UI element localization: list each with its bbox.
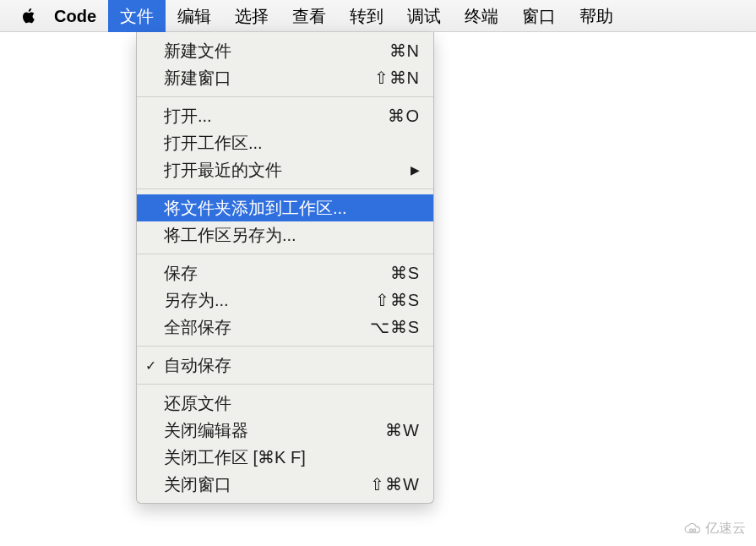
menu-open-workspace[interactable]: 打开工作区...	[137, 129, 433, 156]
menu-save-as[interactable]: 另存为... ⇧⌘S	[137, 287, 433, 314]
menu-save-workspace-as[interactable]: 将工作区另存为...	[137, 221, 433, 248]
watermark: 亿速云	[683, 520, 746, 538]
menu-item-label: 打开...	[164, 105, 388, 128]
menu-open-recent[interactable]: 打开最近的文件 ▶	[137, 156, 433, 183]
menu-edit[interactable]: 编辑	[166, 0, 223, 32]
apple-icon[interactable]	[15, 0, 42, 32]
menu-separator	[137, 384, 433, 385]
chevron-right-icon: ▶	[411, 163, 420, 177]
menu-selection[interactable]: 选择	[223, 0, 280, 32]
menu-save[interactable]: 保存 ⌘S	[137, 259, 433, 287]
menubar: Code 文件 编辑 选择 查看 转到 调试 终端 窗口 帮助	[0, 0, 756, 32]
menu-item-label: 打开最近的文件	[164, 159, 411, 182]
svg-point-1	[693, 528, 696, 531]
menu-help[interactable]: 帮助	[568, 0, 625, 32]
menu-item-label: 关闭编辑器	[164, 419, 385, 442]
menu-item-shortcut: ⇧⌘W	[370, 474, 420, 494]
menu-item-label: 另存为...	[164, 289, 375, 312]
menu-item-shortcut: ⇧⌘S	[375, 290, 420, 310]
menu-item-label: 新建文件	[164, 40, 389, 63]
menu-terminal[interactable]: 终端	[453, 0, 510, 32]
menu-item-shortcut: ⌘N	[389, 41, 420, 61]
menu-debug[interactable]: 调试	[395, 0, 453, 32]
menu-item-label: 新建窗口	[164, 67, 374, 90]
menu-item-label: 将文件夹添加到工作区...	[164, 197, 420, 220]
menu-go[interactable]: 转到	[338, 0, 395, 32]
menu-item-label: 全部保存	[164, 316, 370, 339]
menu-new-window[interactable]: 新建窗口 ⇧⌘N	[137, 64, 433, 91]
menu-window[interactable]: 窗口	[510, 0, 568, 32]
menu-item-shortcut: ⌘O	[388, 106, 420, 126]
menu-separator	[137, 96, 433, 97]
menu-item-label: 还原文件	[164, 392, 420, 415]
menu-separator	[137, 346, 433, 347]
svg-point-0	[689, 528, 692, 531]
menu-file[interactable]: 文件	[108, 0, 166, 32]
menu-revert-file[interactable]: 还原文件	[137, 390, 433, 417]
menu-item-label: 保存	[164, 262, 390, 285]
menu-item-label: 打开工作区...	[164, 132, 420, 155]
menu-item-shortcut: ⌘W	[385, 420, 420, 440]
menu-item-shortcut: ⌥⌘S	[370, 317, 420, 337]
menu-add-folder-to-workspace[interactable]: 将文件夹添加到工作区...	[137, 194, 433, 221]
menu-view[interactable]: 查看	[280, 0, 338, 32]
menu-item-shortcut: ⌘S	[390, 263, 420, 283]
menu-item-label: 关闭工作区 [⌘K F]	[164, 446, 420, 469]
menu-separator	[137, 254, 433, 254]
menu-open[interactable]: 打开... ⌘O	[137, 102, 433, 129]
menu-close-window[interactable]: 关闭窗口 ⇧⌘W	[137, 471, 433, 498]
watermark-text: 亿速云	[705, 520, 746, 538]
menu-item-label: 将工作区另存为...	[164, 224, 420, 247]
menu-item-label: 自动保存	[164, 354, 420, 377]
menu-close-editor[interactable]: 关闭编辑器 ⌘W	[137, 417, 433, 444]
menu-save-all[interactable]: 全部保存 ⌥⌘S	[137, 314, 433, 341]
check-icon: ✓	[145, 358, 156, 374]
menu-new-file[interactable]: 新建文件 ⌘N	[137, 37, 433, 64]
cloud-icon	[683, 522, 702, 536]
menu-close-workspace[interactable]: 关闭工作区 [⌘K F]	[137, 444, 433, 471]
app-name: Code	[42, 0, 108, 32]
menu-auto-save[interactable]: ✓ 自动保存	[137, 352, 433, 379]
file-dropdown: 新建文件 ⌘N 新建窗口 ⇧⌘N 打开... ⌘O 打开工作区... 打开最近的…	[136, 32, 434, 504]
menu-item-label: 关闭窗口	[164, 473, 370, 496]
menu-separator	[137, 188, 433, 189]
menu-item-shortcut: ⇧⌘N	[374, 68, 420, 88]
